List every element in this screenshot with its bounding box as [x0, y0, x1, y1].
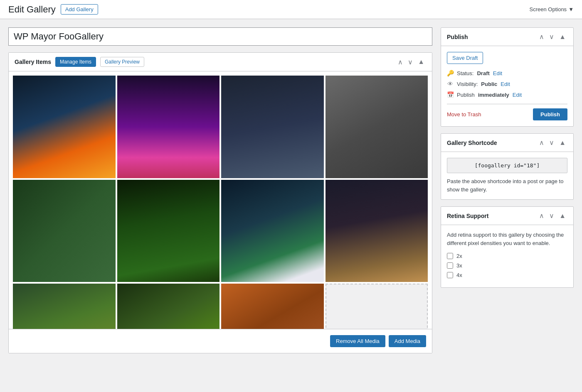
publish-panel-header: Publish ∧ ∨ ▲ — [441, 28, 573, 46]
publish-time-row: 📅 Publish immediately Edit — [447, 91, 567, 98]
page-title: Edit Gallery — [8, 4, 56, 15]
gallery-item[interactable] — [13, 284, 116, 329]
screen-options-button[interactable]: Screen Options ▼ — [530, 6, 574, 12]
publish-time-value: immediately — [478, 92, 509, 98]
panel-controls: ∧ ∨ ▲ — [396, 57, 426, 67]
retina-panel-header: Retina Support ∧ ∨ ▲ — [441, 207, 573, 225]
gallery-item[interactable] — [326, 180, 428, 282]
gallery-grid-wrapper: + — [9, 71, 432, 329]
gallery-item[interactable] — [326, 76, 428, 178]
main-layout: Gallery Items Manage Items Gallery Previ… — [0, 19, 582, 362]
panel-title: Gallery Items — [15, 59, 51, 65]
visibility-row: 👁 Visibility: Public Edit — [447, 81, 567, 87]
shortcode-panel-body: [foogallery id="18"] Paste the above sho… — [441, 152, 573, 199]
gallery-item[interactable] — [117, 180, 220, 282]
shortcode-value[interactable]: [foogallery id="18"] — [447, 158, 567, 173]
gallery-grid: + — [13, 76, 428, 329]
collapse-up-button[interactable]: ∧ — [396, 57, 404, 67]
shortcode-panel: Gallery Shortcode ∧ ∨ ▲ [foogallery id="… — [441, 133, 574, 200]
visibility-icon: 👁 — [447, 81, 454, 87]
gallery-item[interactable] — [221, 76, 324, 178]
tab-manage-items[interactable]: Manage Items — [55, 57, 96, 67]
shortcode-panel-controls: ∧ ∨ ▲ — [538, 138, 567, 147]
shortcode-expand[interactable]: ▲ — [557, 138, 567, 147]
status-label: Status: — [457, 70, 473, 76]
gallery-item[interactable] — [13, 180, 116, 282]
retina-label-4x: 4x — [456, 272, 462, 278]
retina-collapse-up[interactable]: ∧ — [538, 211, 546, 220]
publish-collapse-up[interactable]: ∧ — [538, 32, 546, 42]
status-icon: 🔑 — [447, 70, 454, 76]
shortcode-panel-title: Gallery Shortcode — [447, 140, 497, 146]
gallery-item[interactable] — [117, 284, 220, 329]
publish-expand[interactable]: ▲ — [557, 32, 567, 42]
top-bar-left: Edit Gallery Add Gallery — [8, 4, 98, 15]
gallery-items-panel: Gallery Items Manage Items Gallery Previ… — [8, 52, 432, 353]
add-media-button[interactable]: Add Media — [389, 335, 426, 347]
publish-collapse-down[interactable]: ∨ — [547, 32, 556, 42]
retina-panel-controls: ∧ ∨ ▲ — [538, 211, 567, 220]
retina-option-row: 3x — [447, 262, 567, 269]
tab-gallery-preview[interactable]: Gallery Preview — [100, 57, 144, 67]
right-column: Publish ∧ ∨ ▲ Save Draft 🔑 Status: Draft… — [441, 27, 574, 294]
calendar-icon: 📅 — [447, 91, 454, 98]
gallery-item[interactable] — [13, 76, 116, 178]
retina-expand[interactable]: ▲ — [557, 211, 567, 220]
retina-label-2x: 2x — [456, 253, 462, 259]
top-bar: Edit Gallery Add Gallery Screen Options … — [0, 0, 582, 19]
retina-checkbox-3x[interactable] — [447, 262, 453, 269]
gallery-item[interactable] — [221, 180, 324, 282]
status-row: 🔑 Status: Draft Edit — [447, 70, 567, 76]
publish-panel: Publish ∧ ∨ ▲ Save Draft 🔑 Status: Draft… — [441, 27, 574, 127]
gallery-footer: Remove All Media Add Media — [9, 329, 432, 353]
retina-panel: Retina Support ∧ ∨ ▲ Add retina support … — [441, 206, 574, 288]
gallery-add-item-button[interactable]: + — [326, 284, 428, 329]
publish-panel-body: Save Draft 🔑 Status: Draft Edit 👁 Visibi… — [441, 46, 573, 126]
retina-collapse-down[interactable]: ∨ — [547, 211, 556, 220]
retina-checkbox-4x[interactable] — [447, 272, 453, 278]
panel-header-left: Gallery Items Manage Items Gallery Previ… — [15, 57, 144, 67]
visibility-label: Visibility: — [457, 81, 478, 87]
gallery-item[interactable] — [221, 284, 324, 329]
retina-panel-body: Add retina support to this gallery by ch… — [441, 225, 573, 287]
add-gallery-button[interactable]: Add Gallery — [61, 4, 98, 15]
publish-actions: Move to Trash Publish — [447, 104, 567, 120]
visibility-edit-link[interactable]: Edit — [501, 81, 510, 87]
shortcode-collapse-down[interactable]: ∨ — [547, 138, 556, 147]
status-edit-link[interactable]: Edit — [493, 70, 502, 76]
retina-checkbox-2x[interactable] — [447, 253, 453, 259]
status-value: Draft — [477, 70, 489, 76]
shortcode-description: Paste the above shortcode into a post or… — [447, 177, 567, 194]
panel-header: Gallery Items Manage Items Gallery Previ… — [9, 53, 432, 71]
retina-label-3x: 3x — [456, 262, 462, 269]
publish-panel-title: Publish — [447, 34, 468, 40]
retina-option-row: 4x — [447, 272, 567, 278]
save-draft-button[interactable]: Save Draft — [447, 52, 483, 64]
retina-option-row: 2x — [447, 253, 567, 259]
remove-all-media-button[interactable]: Remove All Media — [330, 335, 385, 347]
chevron-down-icon: ▼ — [568, 6, 574, 12]
shortcode-collapse-up[interactable]: ∧ — [538, 138, 546, 147]
retina-panel-title: Retina Support — [447, 213, 488, 219]
left-column: Gallery Items Manage Items Gallery Previ… — [8, 27, 432, 353]
shortcode-panel-header: Gallery Shortcode ∧ ∨ ▲ — [441, 134, 573, 152]
publish-time-label: Publish — [457, 92, 475, 98]
publish-panel-controls: ∧ ∨ ▲ — [538, 32, 567, 42]
gallery-title-input[interactable] — [8, 27, 432, 46]
move-to-trash-link[interactable]: Move to Trash — [447, 111, 481, 118]
publish-time-edit-link[interactable]: Edit — [513, 92, 522, 98]
expand-button[interactable]: ▲ — [416, 57, 426, 66]
retina-description: Add retina support to this gallery by ch… — [447, 231, 567, 247]
publish-button[interactable]: Publish — [533, 108, 567, 120]
collapse-down-button[interactable]: ∨ — [406, 57, 414, 67]
gallery-item[interactable] — [117, 76, 220, 178]
visibility-value: Public — [481, 81, 497, 87]
